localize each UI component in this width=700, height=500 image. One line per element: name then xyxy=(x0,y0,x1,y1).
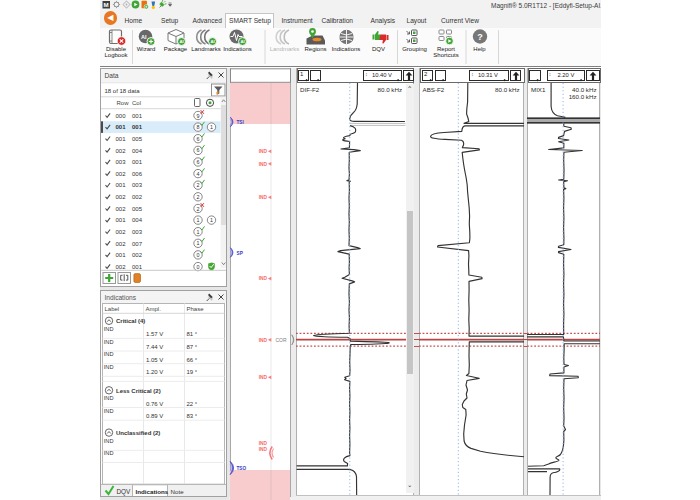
svg-text:IND: IND xyxy=(104,395,114,401)
svg-text:004: 004 xyxy=(132,217,143,223)
svg-text:6: 6 xyxy=(197,159,200,165)
svg-text:4: 4 xyxy=(197,171,200,177)
svg-text:1: 1 xyxy=(197,240,200,246)
svg-text:18 of 18 data: 18 of 18 data xyxy=(105,88,141,94)
svg-text:AI: AI xyxy=(210,39,214,44)
svg-text:IND: IND xyxy=(104,338,114,344)
svg-text:81 °: 81 ° xyxy=(187,331,198,337)
svg-text:0: 0 xyxy=(197,252,200,258)
svg-text:IND: IND xyxy=(258,375,267,380)
svg-text:Row: Row xyxy=(117,100,130,106)
svg-text:IND: IND xyxy=(258,276,267,281)
svg-text:000: 000 xyxy=(116,113,127,119)
svg-text:19 °: 19 ° xyxy=(187,369,198,375)
svg-text:66 °: 66 ° xyxy=(187,356,198,362)
svg-text:001: 001 xyxy=(132,124,143,130)
svg-text:002: 002 xyxy=(132,252,143,258)
svg-text:IND: IND xyxy=(104,326,114,332)
svg-text:1.05 V: 1.05 V xyxy=(146,356,163,362)
svg-text:003: 003 xyxy=(132,182,143,188)
svg-text:1.57 V: 1.57 V xyxy=(146,331,163,337)
svg-text:IND: IND xyxy=(258,195,267,200)
svg-text:0.89 V: 0.89 V xyxy=(146,413,163,419)
svg-text:001: 001 xyxy=(116,252,127,258)
svg-text:?: ? xyxy=(477,32,483,42)
svg-text:001: 001 xyxy=(116,124,127,130)
svg-text:IND: IND xyxy=(258,149,267,154)
svg-text:006: 006 xyxy=(132,171,143,177)
svg-text:1: 1 xyxy=(210,217,213,223)
svg-text:AI: AI xyxy=(240,39,244,44)
svg-text:IND: IND xyxy=(104,351,114,357)
svg-text:001: 001 xyxy=(132,159,143,165)
svg-text:Unclassified (2): Unclassified (2) xyxy=(116,430,160,436)
svg-text:Indications: Indications xyxy=(136,487,169,494)
svg-text:Phase: Phase xyxy=(187,306,205,312)
svg-text:IND: IND xyxy=(258,162,267,167)
svg-text:001: 001 xyxy=(132,264,143,270)
svg-text:IND: IND xyxy=(104,438,114,444)
svg-text:0.76 V: 0.76 V xyxy=(146,400,163,406)
svg-text:002: 002 xyxy=(116,171,127,177)
svg-text:IND: IND xyxy=(104,407,114,413)
svg-text:IND: IND xyxy=(258,441,267,446)
svg-text:002: 002 xyxy=(116,241,127,247)
svg-text:1: 1 xyxy=(197,229,200,235)
svg-text:AI: AI xyxy=(140,34,146,40)
svg-text:002: 002 xyxy=(116,264,127,270)
svg-text:9: 9 xyxy=(197,113,200,119)
svg-text:IND: IND xyxy=(258,338,267,343)
svg-text:002: 002 xyxy=(116,194,127,200)
svg-text:0: 0 xyxy=(197,264,200,270)
svg-text:6: 6 xyxy=(197,136,200,142)
svg-text:Critical (4): Critical (4) xyxy=(116,318,145,324)
svg-text:004: 004 xyxy=(132,148,143,154)
svg-text:IND: IND xyxy=(258,447,267,452)
svg-text:DQV: DQV xyxy=(117,487,132,495)
svg-text:Label: Label xyxy=(105,306,120,312)
svg-text:007: 007 xyxy=(132,241,143,247)
svg-text:001: 001 xyxy=(116,182,127,188)
svg-text:003: 003 xyxy=(116,159,127,165)
svg-text:1.20 V: 1.20 V xyxy=(146,369,163,375)
svg-text:IND: IND xyxy=(104,364,114,370)
svg-text:7.44 V: 7.44 V xyxy=(146,344,163,350)
svg-text:M: M xyxy=(104,1,109,8)
svg-text:002: 002 xyxy=(116,206,127,212)
svg-text:005: 005 xyxy=(132,136,143,142)
svg-text:Data: Data xyxy=(105,72,119,79)
svg-text:Note: Note xyxy=(171,487,185,494)
svg-text:001: 001 xyxy=(132,113,143,119)
svg-text:IND: IND xyxy=(104,450,114,456)
svg-text:Col: Col xyxy=(132,100,141,106)
svg-text:003: 003 xyxy=(132,229,143,235)
svg-text:22 °: 22 ° xyxy=(187,400,198,406)
svg-text:002: 002 xyxy=(132,194,143,200)
svg-text:TSI: TSI xyxy=(236,120,243,125)
svg-text:Indications: Indications xyxy=(105,293,137,300)
svg-text:83 °: 83 ° xyxy=(187,413,198,419)
svg-text:87 °: 87 ° xyxy=(187,344,198,350)
svg-text:SP: SP xyxy=(236,251,242,256)
svg-text:Less Critical (2): Less Critical (2) xyxy=(116,387,161,393)
svg-text:002: 002 xyxy=(116,148,127,154)
svg-text:001: 001 xyxy=(116,136,127,142)
svg-text:AI: AI xyxy=(179,39,183,44)
svg-text:8: 8 xyxy=(197,124,200,130)
svg-text:1: 1 xyxy=(210,124,213,130)
svg-text:001: 001 xyxy=(116,217,127,223)
svg-text:2: 2 xyxy=(197,182,200,188)
svg-text:COR: COR xyxy=(275,337,287,343)
svg-text:Ampl.: Ampl. xyxy=(146,306,162,312)
svg-text:1: 1 xyxy=(197,217,200,223)
svg-text:002: 002 xyxy=(116,229,127,235)
svg-text:005: 005 xyxy=(132,206,143,212)
svg-text:2: 2 xyxy=(197,206,200,212)
svg-text:6: 6 xyxy=(197,147,200,153)
svg-text:2: 2 xyxy=(197,194,200,200)
svg-text:TSO: TSO xyxy=(236,466,246,471)
